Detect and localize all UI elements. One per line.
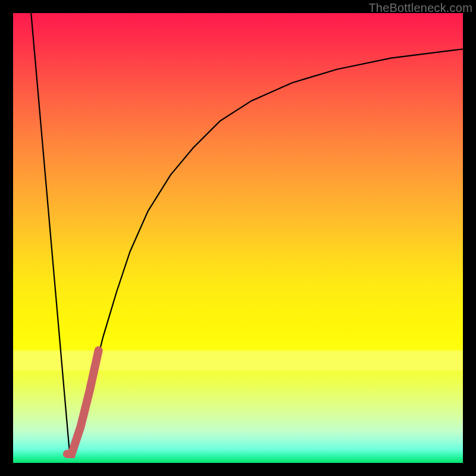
curve-layer xyxy=(13,13,463,463)
plot-area xyxy=(13,13,463,463)
chart-frame: TheBottleneck.com xyxy=(0,0,476,476)
saturation-curve-line xyxy=(70,49,464,449)
highlight-marker-line xyxy=(67,350,99,454)
left-edge-line xyxy=(31,13,69,449)
